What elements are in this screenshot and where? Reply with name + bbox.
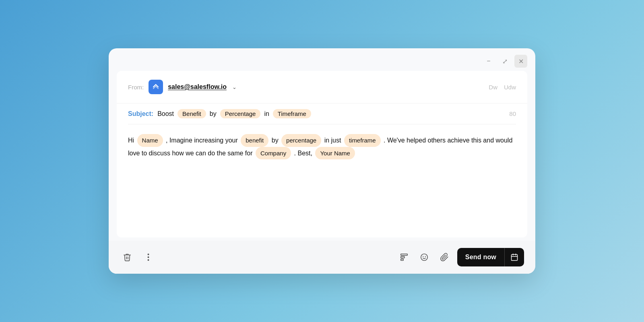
subject-tag-timeframe[interactable]: Timeframe	[273, 109, 311, 118]
subject-prefix: Boost	[157, 110, 174, 118]
more-options-button[interactable]	[141, 250, 155, 264]
sender-dropdown-icon[interactable]: ⌄	[232, 84, 237, 90]
body-tag-company[interactable]: Company	[256, 147, 291, 160]
send-now-button[interactable]: Send now	[457, 248, 524, 266]
schedule-send-icon[interactable]	[505, 248, 524, 266]
body-tag-percentage[interactable]: percentage	[281, 134, 321, 147]
svg-point-2	[147, 259, 149, 261]
send-now-label: Send now	[457, 249, 504, 266]
svg-rect-9	[512, 254, 518, 260]
subject-count: 80	[509, 110, 516, 117]
delete-button[interactable]	[120, 250, 134, 264]
from-label: From:	[128, 84, 144, 91]
svg-point-1	[147, 256, 149, 258]
svg-rect-4	[401, 256, 405, 258]
subject-in: in	[264, 110, 269, 118]
body-tag-timeframe[interactable]: timeframe	[344, 134, 381, 147]
email-body-text: Hi Name , Imagine increasing your benefi…	[128, 134, 516, 159]
svg-point-6	[421, 254, 428, 261]
attachment-button[interactable]	[437, 250, 452, 264]
subject-by: by	[210, 110, 217, 118]
body-part2: by	[272, 137, 279, 144]
emoji-button[interactable]	[417, 250, 431, 264]
svg-rect-3	[401, 254, 408, 256]
udw-label: Udw	[504, 84, 516, 91]
template-button[interactable]	[397, 250, 411, 264]
email-compose-modal: − ⤢ ✕ From: sales@salesflow.io ⌄ Dw Udw …	[109, 48, 535, 274]
body-tag-yourname[interactable]: Your Name	[315, 147, 355, 160]
body-greeting: Hi	[128, 137, 134, 144]
body-tag-name[interactable]: Name	[137, 134, 163, 147]
body-part3: in just	[324, 137, 341, 144]
email-body[interactable]: Hi Name , Imagine increasing your benefi…	[117, 124, 527, 237]
sender-logo-icon	[149, 80, 163, 94]
from-right-controls: Dw Udw	[489, 84, 516, 91]
footer-toolbar: Send now	[109, 241, 535, 274]
svg-point-0	[147, 254, 149, 255]
footer-right-actions: Send now	[397, 248, 524, 266]
subject-tag-benefit[interactable]: Benefit	[178, 109, 206, 118]
svg-rect-5	[401, 259, 403, 261]
minimize-button[interactable]: −	[482, 55, 495, 68]
close-button[interactable]: ✕	[514, 55, 527, 68]
email-content-card: From: sales@salesflow.io ⌄ Dw Udw Subjec…	[117, 71, 527, 237]
from-row: From: sales@salesflow.io ⌄ Dw Udw	[117, 71, 527, 103]
subject-tag-percentage[interactable]: Percentage	[220, 109, 261, 118]
expand-button[interactable]: ⤢	[498, 55, 511, 68]
body-part5: . Best,	[294, 150, 312, 157]
subject-row: Subject: Boost Benefit by Percentage in …	[117, 103, 527, 124]
subject-label: Subject:	[128, 110, 153, 118]
body-tag-benefit[interactable]: benefit	[241, 134, 268, 147]
sender-email[interactable]: sales@salesflow.io	[168, 83, 227, 91]
footer-left-actions	[120, 250, 155, 264]
body-part1: , Imagine increasing your	[166, 137, 238, 144]
title-bar: − ⤢ ✕	[109, 48, 535, 71]
dw-label: Dw	[489, 84, 497, 91]
